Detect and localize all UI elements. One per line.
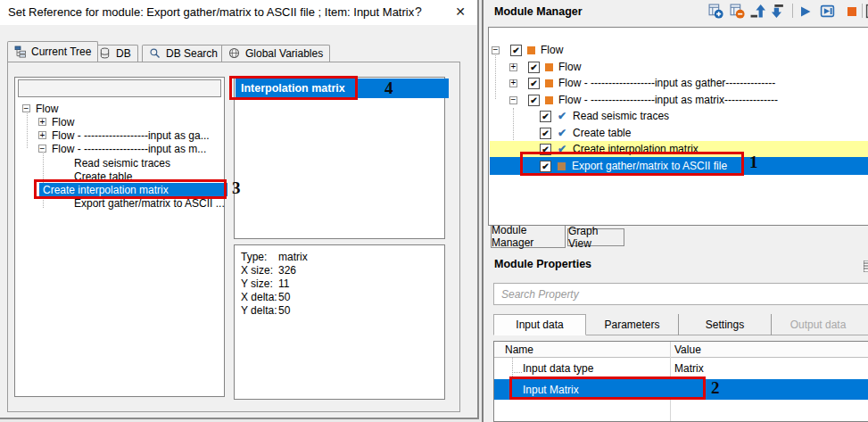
globe-icon bbox=[228, 47, 241, 60]
tree-item-flow-root[interactable]: − Flow bbox=[22, 102, 58, 115]
annotation-4: 4 bbox=[384, 79, 393, 98]
set-reference-dialog: Set Reference for module: Export gather/… bbox=[0, 0, 479, 419]
dialog-titlebar: Set Reference for module: Export gather/… bbox=[0, 0, 477, 25]
tab-parameters[interactable]: Parameters bbox=[586, 314, 679, 335]
column-header-value: Value bbox=[674, 343, 701, 356]
expand-icon[interactable]: + bbox=[509, 63, 517, 71]
module-tree-item-create-table[interactable]: ✔ ✔ Create table bbox=[540, 125, 631, 141]
flow-icon bbox=[545, 79, 553, 87]
checkbox-checked[interactable]: ✔ bbox=[540, 128, 551, 139]
add-module-icon[interactable] bbox=[708, 4, 723, 19]
expand-icon[interactable]: + bbox=[509, 79, 517, 87]
tab-current-tree[interactable]: Current Tree bbox=[7, 41, 98, 62]
tab-module-manager[interactable]: Module Manager bbox=[491, 226, 566, 248]
move-up-icon[interactable] bbox=[750, 4, 765, 19]
matrix-info-panel: Type:matrix X size:326 Y size:11 X delta… bbox=[234, 244, 445, 400]
properties-menu-icon[interactable] bbox=[864, 261, 868, 272]
collapse-icon[interactable]: − bbox=[509, 96, 517, 104]
annotation-box-3 bbox=[34, 179, 227, 199]
toolbar-separator bbox=[862, 4, 863, 18]
module-tree-item-flow-1[interactable]: + ✔ Flow bbox=[509, 59, 581, 75]
search-icon bbox=[149, 47, 161, 60]
stop-icon[interactable] bbox=[844, 4, 859, 19]
reference-item-list[interactable]: Interpolation matrix bbox=[234, 77, 445, 239]
expand-icon[interactable]: + bbox=[38, 118, 46, 126]
tab-label: DB Search bbox=[166, 47, 218, 60]
tab-db[interactable]: DB bbox=[92, 45, 138, 62]
module-done-icon: ✔ bbox=[558, 127, 566, 139]
module-tree-panel[interactable]: − ✔ Flow + ✔ Flow + ✔ Flow - -----------… bbox=[488, 27, 868, 226]
annotation-3: 3 bbox=[232, 178, 241, 198]
toolbar-separator bbox=[792, 4, 793, 18]
collapse-icon[interactable]: − bbox=[22, 104, 30, 112]
table-header: Name Value bbox=[494, 342, 868, 358]
annotation-box-4 bbox=[229, 76, 358, 100]
close-button[interactable]: ✕ bbox=[449, 2, 472, 21]
annotation-box-2 bbox=[509, 376, 706, 400]
info-row: Y size:11 bbox=[241, 277, 289, 290]
module-tree-item-flow-root[interactable]: − ✔ Flow bbox=[492, 42, 563, 58]
reference-tree-panel[interactable]: − Flow + Flow + Flow - -----------------… bbox=[14, 77, 225, 397]
run-flow-icon[interactable] bbox=[820, 4, 835, 19]
module-tree-item-read-seismic-traces[interactable]: ✔ ✔ Read seismic traces bbox=[540, 108, 669, 124]
checkbox-checked[interactable]: ✔ bbox=[528, 78, 540, 89]
db-icon bbox=[99, 47, 112, 60]
search-property-input[interactable] bbox=[493, 283, 868, 305]
tree-item-flow-gather[interactable]: + Flow - ------------------input as ga..… bbox=[38, 128, 210, 142]
annotation-1: 1 bbox=[749, 153, 758, 172]
info-row: Y delta:50 bbox=[241, 304, 290, 317]
annotation-box-1 bbox=[520, 152, 744, 176]
property-row-input-data-type[interactable]: Input data type Matrix bbox=[494, 358, 868, 378]
tab-global-variables[interactable]: Global Variables bbox=[221, 45, 330, 62]
tab-db-search[interactable]: DB Search bbox=[142, 45, 225, 62]
remove-module-icon[interactable] bbox=[730, 4, 745, 19]
run-icon[interactable] bbox=[798, 4, 813, 19]
flow-icon bbox=[545, 96, 553, 104]
tree-item-flow-matrix[interactable]: − Flow - ------------------input as m... bbox=[38, 142, 206, 155]
checkbox-checked[interactable]: ✔ bbox=[540, 111, 551, 122]
column-header-name: Name bbox=[505, 343, 533, 356]
tree-item-flow-1[interactable]: + Flow bbox=[38, 115, 74, 128]
module-done-icon: ✔ bbox=[558, 110, 566, 122]
tree-header bbox=[18, 79, 221, 97]
property-tab-bar: Input data Parameters Settings Output da… bbox=[493, 314, 868, 335]
tab-output-data: Output data bbox=[772, 314, 864, 335]
tab-label: Current Tree bbox=[31, 46, 91, 58]
annotation-2: 2 bbox=[711, 378, 720, 398]
collapse-icon[interactable]: − bbox=[492, 46, 500, 54]
info-row: X size:326 bbox=[241, 264, 296, 277]
module-tree-item-flow-gather[interactable]: + ✔ Flow - ------------------input as ga… bbox=[509, 75, 775, 91]
expand-icon[interactable]: + bbox=[38, 131, 46, 139]
move-down-icon[interactable] bbox=[770, 4, 785, 19]
flow-icon bbox=[527, 46, 535, 54]
info-row: X delta:50 bbox=[241, 291, 290, 303]
tree-item-read-seismic-traces[interactable]: Read seismic traces bbox=[74, 156, 170, 170]
dialog-title: Set Reference for module: Export gather/… bbox=[8, 5, 414, 19]
help-button[interactable]: ? bbox=[407, 2, 430, 21]
tab-input-data[interactable]: Input data bbox=[493, 314, 586, 335]
info-row: Type:matrix bbox=[241, 251, 308, 263]
tab-label: DB bbox=[116, 47, 131, 60]
module-properties-title: Module Properties bbox=[494, 258, 591, 270]
current-tree-icon bbox=[14, 46, 27, 58]
checkbox-checked[interactable]: ✔ bbox=[528, 62, 540, 73]
tab-graph-view[interactable]: Graph View bbox=[567, 228, 624, 246]
module-manager-title: Module Manager bbox=[494, 5, 583, 18]
checkbox-checked[interactable]: ✔ bbox=[510, 45, 522, 56]
module-tree-item-flow-matrix[interactable]: − ✔ Flow - ------------------input as ma… bbox=[509, 92, 778, 108]
flow-icon bbox=[545, 63, 553, 71]
module-manager-window: Module Manager − ✔ Flow + bbox=[482, 0, 868, 422]
checkbox-checked[interactable]: ✔ bbox=[528, 95, 540, 106]
tab-settings[interactable]: Settings bbox=[679, 314, 772, 335]
tab-label: Global Variables bbox=[245, 47, 323, 60]
